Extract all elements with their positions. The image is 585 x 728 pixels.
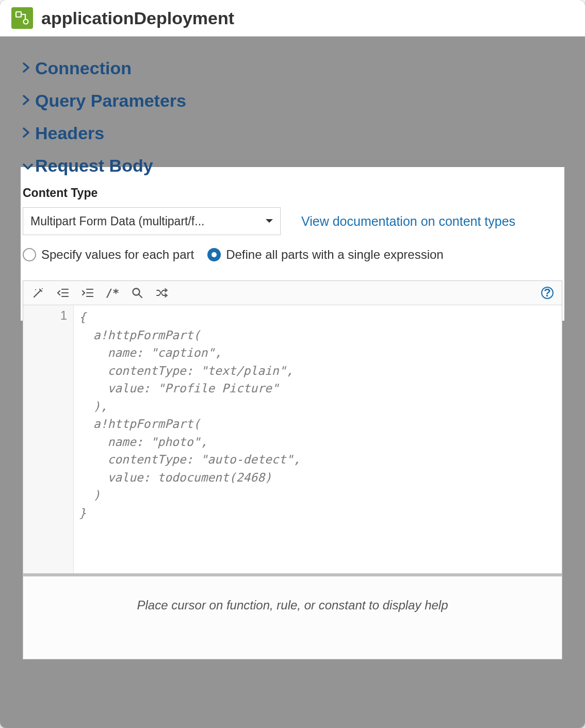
- chevron-right-icon: [23, 126, 32, 141]
- radio-specify-each[interactable]: Specify values for each part: [23, 247, 194, 262]
- header-bar: applicationDeployment: [0, 0, 585, 37]
- app-icon: [11, 7, 33, 29]
- content-type-value: Multipart Form Data (multipart/f...: [30, 214, 204, 228]
- magic-wand-icon[interactable]: [31, 286, 45, 300]
- radio-label: Specify values for each part: [41, 247, 194, 262]
- section-title: Headers: [35, 123, 104, 143]
- search-icon[interactable]: [131, 286, 144, 300]
- svg-point-3: [35, 289, 36, 290]
- line-gutter: 1: [23, 305, 74, 573]
- section-title: Connection: [35, 58, 132, 78]
- documentation-link[interactable]: View documentation on content types: [301, 214, 515, 229]
- content-type-select[interactable]: Multipart Form Data (multipart/f...: [23, 207, 281, 235]
- chevron-down-icon: [23, 159, 32, 173]
- section-connection[interactable]: Connection: [23, 52, 562, 85]
- expression-editor: /* ? 1 { a!httpFormPart( name: "caption": [23, 280, 562, 659]
- code-editor-text[interactable]: { a!httpFormPart( name: "caption", conte…: [74, 305, 562, 573]
- svg-point-1: [24, 20, 28, 24]
- outdent-icon[interactable]: [56, 286, 70, 300]
- section-title: Request Body: [35, 156, 153, 176]
- section-request-body[interactable]: Request Body: [23, 150, 562, 182]
- help-icon[interactable]: ?: [541, 287, 554, 299]
- indent-icon[interactable]: [81, 286, 94, 300]
- radio-icon: [207, 248, 221, 261]
- radio-label: Define all parts with a single expressio…: [226, 247, 444, 262]
- radio-icon: [23, 248, 36, 261]
- section-headers[interactable]: Headers: [23, 117, 562, 150]
- section-title: Query Parameters: [35, 91, 186, 111]
- shuffle-icon[interactable]: [155, 286, 169, 300]
- page-title: applicationDeployment: [41, 8, 234, 28]
- editor-hint: Place cursor on function, rule, or const…: [23, 576, 562, 659]
- svg-rect-0: [16, 12, 21, 17]
- chevron-right-icon: [23, 61, 32, 76]
- svg-point-2: [42, 288, 43, 289]
- request-body-content: Content Type Multipart Form Data (multip…: [23, 182, 562, 272]
- chevron-right-icon: [23, 94, 32, 108]
- radio-define-all[interactable]: Define all parts with a single expressio…: [207, 247, 444, 262]
- section-query-parameters[interactable]: Query Parameters: [23, 85, 562, 117]
- line-number: 1: [26, 308, 67, 323]
- content-type-label: Content Type: [23, 186, 562, 200]
- editor-toolbar: /* ?: [23, 281, 562, 305]
- comment-icon[interactable]: /*: [106, 286, 119, 300]
